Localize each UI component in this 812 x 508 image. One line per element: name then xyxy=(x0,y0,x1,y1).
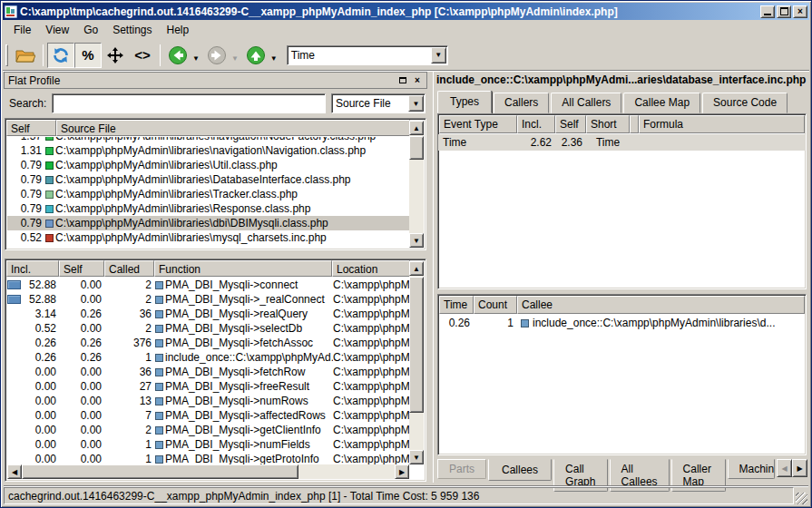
column-header-time[interactable]: Time xyxy=(439,296,474,314)
expand-cost-button[interactable] xyxy=(102,43,129,68)
maximize-button[interactable] xyxy=(777,5,791,18)
combobox-arrow-icon[interactable]: ▼ xyxy=(431,47,446,64)
up-button[interactable] xyxy=(242,43,269,68)
column-header-called[interactable]: Called xyxy=(104,260,154,277)
tab-callees[interactable]: Callees xyxy=(488,459,552,481)
menu-file[interactable]: File xyxy=(6,21,38,39)
table-row[interactable]: 0.261include_once::C:\xampp\phpMyAdmin\l… xyxy=(438,315,806,331)
table-row[interactable]: 0.000.0036PMA_DBI_Mysqli->fetchRowC:\xam… xyxy=(7,365,409,379)
table-row[interactable]: 0.000.0027PMA_DBI_Mysqli->freeResultC:\x… xyxy=(7,379,409,394)
table-row[interactable]: 0.52C:\xampp\phpMyAdmin\libraries\mysql_… xyxy=(7,230,409,245)
dock-close-button[interactable]: × xyxy=(412,75,423,86)
column-header-callee[interactable]: Callee xyxy=(517,296,805,314)
tab-all-callers[interactable]: All Callers xyxy=(551,93,621,113)
table-row[interactable]: 0.000.0013PMA_DBI_Mysqli->numRowsC:\xamp… xyxy=(7,394,409,408)
table-row[interactable]: 0.79C:\xampp\phpMyAdmin\libraries\Respon… xyxy=(7,201,409,216)
scroll-up-icon[interactable]: ▲ xyxy=(409,261,424,276)
scrollbar-thumb[interactable] xyxy=(22,464,298,479)
column-header-short[interactable]: Short xyxy=(586,115,630,133)
scrollbar-thumb[interactable] xyxy=(409,136,424,160)
table-row[interactable]: 3.140.2636PMA_DBI_Mysqli->realQueryC:\xa… xyxy=(7,307,409,321)
file-path: C:\xampp\phpMyAdmin\libraries\navigation… xyxy=(55,144,366,157)
menu-settings[interactable]: Settings xyxy=(105,21,159,39)
column-header-function[interactable]: Function xyxy=(154,260,332,277)
table-row[interactable]: 0.52C:\xampp\phpMyAdmin\libraries\user_p… xyxy=(7,245,409,248)
table-row[interactable]: 52.880.002PMA_DBI_Mysqli->_realConnectC:… xyxy=(7,292,409,307)
file-table-vscrollbar[interactable]: ▲ ▼ xyxy=(409,121,424,248)
function-table-hscrollbar[interactable]: ◀ ▶ xyxy=(7,464,409,479)
scroll-down-icon[interactable]: ▼ xyxy=(409,233,424,248)
cell-self: 0.52 xyxy=(7,246,45,248)
tab-machine[interactable]: Machine xyxy=(728,459,776,479)
tab-parts[interactable]: Parts xyxy=(437,459,486,479)
cycle-detection-button[interactable]: <> xyxy=(129,43,156,68)
menu-view[interactable]: View xyxy=(38,21,76,39)
toolbar-grip[interactable] xyxy=(5,44,8,66)
cell-called: 27 xyxy=(105,380,155,393)
column-header-source-file[interactable]: Source File xyxy=(56,120,410,136)
scroll-down-icon[interactable]: ▼ xyxy=(409,450,424,464)
table-row[interactable]: 1.31C:\xampp\phpMyAdmin\libraries\naviga… xyxy=(7,143,409,158)
scroll-up-icon[interactable]: ▲ xyxy=(409,121,424,135)
title-bar[interactable]: C:\xampp\tmp\cachegrind.out.1416463299-C… xyxy=(3,3,809,20)
table-row[interactable]: 52.880.002PMA_DBI_Mysqli->connectC:\xamp… xyxy=(7,278,409,292)
back-button[interactable] xyxy=(164,43,191,68)
resize-grip-icon[interactable] xyxy=(796,493,807,504)
forward-button[interactable] xyxy=(203,43,230,68)
forward-dropdown-arrow[interactable]: ▼ xyxy=(231,54,239,63)
table-row[interactable]: 0.520.002PMA_DBI_Mysqli->selectDbC:\xamp… xyxy=(7,321,409,336)
column-header-count[interactable]: Count xyxy=(474,296,517,314)
tab-scroll-left-icon[interactable]: ◀ xyxy=(777,459,792,477)
table-row[interactable]: 0.260.26376PMA_DBI_Mysqli->fetchAssocC:\… xyxy=(7,336,409,350)
app-icon xyxy=(5,5,17,18)
tab-callers[interactable]: Callers xyxy=(494,93,549,113)
up-dropdown-arrow[interactable]: ▼ xyxy=(270,54,278,63)
column-header-spacer[interactable] xyxy=(630,115,639,133)
table-row[interactable]: 0.79C:\xampp\phpMyAdmin\libraries\Databa… xyxy=(7,172,409,187)
menu-go[interactable]: Go xyxy=(76,21,105,39)
column-header-formula[interactable]: Formula xyxy=(639,115,805,133)
app-window: C:\xampp\tmp\cachegrind.out.1416463299-C… xyxy=(0,0,812,508)
callees-table: TimeCountCallee 0.261include_once::C:\xa… xyxy=(437,294,807,455)
close-button[interactable]: × xyxy=(793,5,807,18)
tab-scroll-right-icon[interactable]: ▶ xyxy=(792,459,807,477)
scroll-left-icon[interactable]: ◀ xyxy=(7,464,22,479)
table-row[interactable]: 0.000.002PMA_DBI_Mysqli->getClientInfoC:… xyxy=(7,423,409,437)
table-row[interactable]: 1.37C:\xampp\phpMyAdmin\libraries\naviga… xyxy=(7,137,409,143)
table-row[interactable]: 0.000.007PMA_DBI_Mysqli->affectedRowsC:\… xyxy=(7,408,409,423)
open-file-button[interactable] xyxy=(12,43,39,68)
column-header-self[interactable]: Self xyxy=(6,120,56,136)
group-by-combobox[interactable]: Source File ▼ xyxy=(331,93,426,113)
reload-button[interactable] xyxy=(47,43,74,68)
table-row[interactable]: 0.260.261include_once::C:\xampp\phpMyAd.… xyxy=(7,350,409,365)
tab-callee-map[interactable]: Callee Map xyxy=(623,93,700,113)
cell-location: C:\xampp\phpMy... xyxy=(333,438,409,451)
function-table: Incl.SelfCalledFunctionLocation 52.880.0… xyxy=(5,259,426,482)
column-header-self[interactable]: Self xyxy=(59,260,104,277)
dock-header[interactable]: Flat Profile × xyxy=(4,72,427,89)
column-header-self[interactable]: Self xyxy=(555,115,586,133)
event-type-combobox[interactable]: Time ▼ xyxy=(287,45,448,65)
column-header-incl-[interactable]: Incl. xyxy=(6,260,59,277)
scroll-right-icon[interactable]: ▶ xyxy=(395,464,409,479)
scrollbar-thumb[interactable] xyxy=(409,277,424,413)
back-dropdown-arrow[interactable]: ▼ xyxy=(192,54,200,63)
menu-help[interactable]: Help xyxy=(160,21,197,39)
table-row[interactable]: Time2.622.36Time xyxy=(438,134,806,151)
table-row[interactable]: 0.79C:\xampp\phpMyAdmin\libraries\dbi\DB… xyxy=(7,216,409,230)
table-row[interactable]: 0.79C:\xampp\phpMyAdmin\libraries\Util.c… xyxy=(7,158,409,172)
table-row[interactable]: 0.79C:\xampp\phpMyAdmin\libraries\Tracke… xyxy=(7,187,409,201)
table-row[interactable]: 0.000.001PMA_DBI_Mysqli->getProtoInfoC:\… xyxy=(7,452,409,464)
minimize-button[interactable] xyxy=(760,5,775,18)
column-header-event-type[interactable]: Event Type xyxy=(439,115,517,133)
column-header-incl-[interactable]: Incl. xyxy=(517,115,555,133)
combobox-arrow-icon[interactable]: ▼ xyxy=(408,95,424,112)
function-table-vscrollbar[interactable]: ▲ ▼ xyxy=(409,261,424,464)
tab-source-code[interactable]: Source Code xyxy=(702,93,788,113)
tab-types[interactable]: Types xyxy=(437,91,492,113)
dock-float-button[interactable] xyxy=(397,75,408,86)
table-row[interactable]: 0.000.001PMA_DBI_Mysqli->numFieldsC:\xam… xyxy=(7,437,409,452)
column-header-location[interactable]: Location xyxy=(332,260,410,277)
search-input[interactable] xyxy=(52,93,326,113)
percent-relative-button[interactable]: % xyxy=(74,43,102,68)
